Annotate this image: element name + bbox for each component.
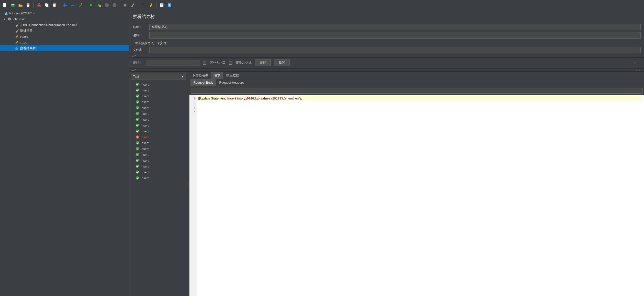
pencil-icon [15, 34, 19, 39]
svg-rect-25 [16, 47, 17, 50]
result-label: insert [141, 112, 149, 116]
renderer-dropdown[interactable]: Text ▼ [131, 73, 186, 79]
result-item[interactable]: insert [134, 152, 187, 158]
tree-item[interactable]: 随机变量 [0, 28, 129, 34]
result-item[interactable]: insert [134, 122, 187, 128]
primary-tab[interactable]: 取样器结果 [190, 72, 211, 79]
find-button[interactable]: 查找 [255, 59, 271, 66]
result-item[interactable]: insert [134, 93, 187, 99]
remove-icon[interactable] [69, 2, 76, 8]
code-filter-input[interactable] [191, 88, 642, 94]
result-item[interactable]: insert [134, 163, 187, 169]
add-icon[interactable] [62, 2, 68, 8]
line-number: 1 [190, 96, 195, 101]
tree-item-label: JDBC Connection Configuration For TiDB [20, 23, 78, 27]
result-item[interactable]: insert [134, 105, 187, 111]
result-label: insert [141, 159, 149, 162]
result-item[interactable]: insert [134, 146, 187, 152]
primary-tab[interactable]: 请求 [211, 72, 223, 79]
regex-checkbox[interactable] [229, 61, 232, 65]
tree-thread-group[interactable]: ▼ jdbc user [0, 16, 129, 22]
overflow-icon-2[interactable]: ••• [636, 68, 640, 72]
run-no-pause-icon[interactable] [96, 2, 102, 8]
result-label: insert [141, 165, 149, 168]
comment-label: 注释： [133, 33, 148, 37]
svg-point-12 [81, 3, 82, 4]
name-input[interactable] [150, 24, 640, 30]
svg-rect-26 [17, 48, 18, 50]
tree-item[interactable]: select [0, 39, 129, 45]
primary-tabs: 取样器结果请求响应数据 [190, 72, 644, 79]
reset-button[interactable]: 重置 [274, 59, 290, 66]
tree-item[interactable]: 察看结果树 [0, 45, 129, 51]
filename-input[interactable] [150, 47, 640, 53]
code-content[interactable]: [[Update Statement] insert into yz0920.l… [197, 95, 644, 296]
overflow-icon[interactable]: ••• [632, 61, 637, 65]
result-item[interactable]: insert [134, 87, 187, 93]
help-icon[interactable]: ? [166, 2, 173, 8]
result-item[interactable]: insert [134, 117, 187, 122]
result-item[interactable]: insert [134, 134, 187, 140]
result-item[interactable]: insert [134, 140, 187, 146]
result-item[interactable]: insert [134, 111, 187, 117]
name-label: 名称： [133, 25, 148, 29]
result-label: insert [141, 147, 149, 151]
tree-item[interactable]: JDBC Connection Configuration For TiDB [0, 22, 129, 28]
templates-icon[interactable] [9, 2, 16, 8]
search-icon[interactable] [140, 2, 147, 8]
open-icon[interactable] [17, 2, 24, 8]
shield-icon [136, 129, 140, 133]
line-number: 4 [190, 110, 195, 115]
tree-item-label: insert [20, 35, 28, 38]
code-token: [Update Statement [199, 97, 226, 100]
result-item[interactable]: insert [134, 169, 187, 175]
run-icon[interactable] [88, 2, 94, 8]
svg-rect-9 [46, 4, 48, 7]
result-item[interactable]: insert [134, 158, 187, 163]
result-item[interactable]: insert [134, 81, 187, 87]
result-item[interactable]: insert [134, 99, 187, 105]
chevron-down-icon: ▼ [181, 75, 184, 78]
panel-title: 察看结果树 [130, 10, 644, 23]
clear-icon[interactable] [130, 2, 136, 8]
cut-icon[interactable] [36, 2, 42, 8]
code-token: "shenzhen" [284, 97, 300, 100]
secondary-tab[interactable]: Request Headers [216, 79, 247, 86]
tree-root[interactable]: tidb-test20221014 [0, 10, 129, 16]
save-icon[interactable] [25, 2, 32, 8]
code-token: ; [301, 97, 302, 100]
result-label: insert [141, 129, 149, 133]
svg-text:?: ? [168, 3, 170, 7]
wand-icon[interactable] [77, 2, 84, 8]
function-helper-icon[interactable] [158, 2, 165, 8]
case-sensitive-checkbox[interactable] [203, 61, 206, 65]
copy-icon[interactable] [43, 2, 50, 8]
main-toolbar: ? [0, 0, 644, 10]
paste-icon[interactable] [51, 2, 58, 8]
collapse-bar-2[interactable]: ▲▼••• [130, 68, 644, 72]
clear-search-icon[interactable] [148, 2, 154, 8]
tree-root-label: tidb-test20221014 [9, 11, 35, 15]
results-list: insertinsertinsertinsertinsertinsertinse… [130, 81, 188, 296]
result-label: insert [141, 100, 149, 104]
tree-item[interactable]: insert [0, 34, 129, 39]
svg-rect-5 [27, 5, 29, 7]
gear-run-icon[interactable] [122, 2, 128, 8]
shield-icon [136, 112, 140, 116]
comment-input[interactable] [150, 32, 640, 38]
new-icon[interactable] [2, 2, 8, 8]
secondary-tabs: Request BodyRequest Headers [190, 79, 644, 86]
pencil-icon [15, 40, 19, 45]
shutdown-icon[interactable] [111, 2, 118, 8]
primary-tab[interactable]: 响应数据 [223, 72, 242, 79]
result-item[interactable]: insert [134, 128, 187, 134]
collapse-bar-1[interactable]: ▲▼ [130, 54, 644, 57]
collapse-toggle[interactable]: ▼ [3, 18, 6, 20]
secondary-tab[interactable]: Request Body [190, 79, 216, 86]
shield-icon [136, 123, 140, 127]
svg-rect-16 [131, 6, 133, 7]
result-item[interactable]: insert [134, 175, 187, 181]
search-input[interactable] [146, 60, 200, 66]
code-token: insert into yz0920.lqb values [226, 97, 272, 100]
stop-icon[interactable] [103, 2, 110, 8]
